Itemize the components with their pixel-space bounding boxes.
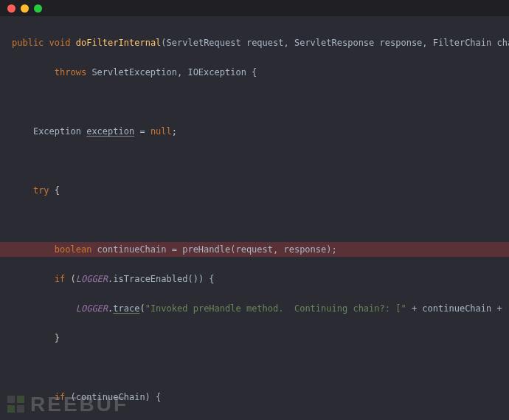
keyword: null [150, 126, 172, 137]
highlighted-line: boolean continueChain = preHandle(reques… [0, 242, 509, 257]
static-var: LOGGER [76, 274, 108, 284]
keyword: public [12, 38, 44, 48]
code-text: continueChain = preHandle(request, respo… [91, 244, 336, 255]
code-line: throws ServletException, IOException { [0, 65, 509, 80]
keyword: try [33, 185, 49, 196]
method: trace [113, 303, 139, 314]
keyword: void [49, 38, 71, 48]
keyword: boolean [55, 244, 92, 255]
static-var: LOGGER [76, 303, 108, 314]
punct: ( [65, 274, 75, 284]
code-line: } [0, 331, 509, 345]
window-titlebar [0, 0, 509, 16]
code-line [0, 94, 509, 109]
code-line [0, 360, 509, 375]
string: "Invoked preHandle method. Continuing ch… [145, 303, 406, 314]
keyword: if [55, 274, 65, 284]
minimize-icon[interactable] [21, 4, 29, 13]
code-line: if (LOGGER.isTraceEnabled()) { [0, 272, 509, 286]
close-icon[interactable] [7, 4, 15, 13]
code-line: try { [0, 183, 509, 198]
keyword: throws [55, 67, 86, 78]
punct: ; [172, 126, 177, 137]
maximize-icon[interactable] [34, 4, 42, 13]
code-line: Exception exception = null; [0, 124, 509, 139]
punct: } [55, 333, 60, 343]
code-line [0, 154, 509, 168]
params: (ServletRequest request, ServletResponse… [161, 38, 509, 48]
code-text: .isTraceEnabled()) { [108, 274, 215, 284]
code-line [0, 213, 509, 227]
code-text: (continueChain) { [65, 392, 161, 402]
function-name: doFilterInternal [76, 38, 162, 48]
punct: { [49, 185, 60, 196]
punct: ( [139, 303, 145, 314]
code-editor[interactable]: public void doFilterInternal(ServletRequ… [0, 16, 509, 420]
code-text: + continueChain + [406, 303, 508, 314]
code-text: ServletException, IOException { [86, 67, 257, 78]
code-text: Exception [33, 126, 86, 137]
code-line: if (continueChain) { [0, 390, 509, 404]
code-text: = [134, 126, 150, 137]
code-line: public void doFilterInternal(ServletRequ… [0, 35, 509, 50]
code-line: LOGGER.trace("Invoked preHandle method. … [0, 301, 509, 316]
variable: exception [86, 126, 134, 137]
keyword: if [55, 392, 65, 402]
